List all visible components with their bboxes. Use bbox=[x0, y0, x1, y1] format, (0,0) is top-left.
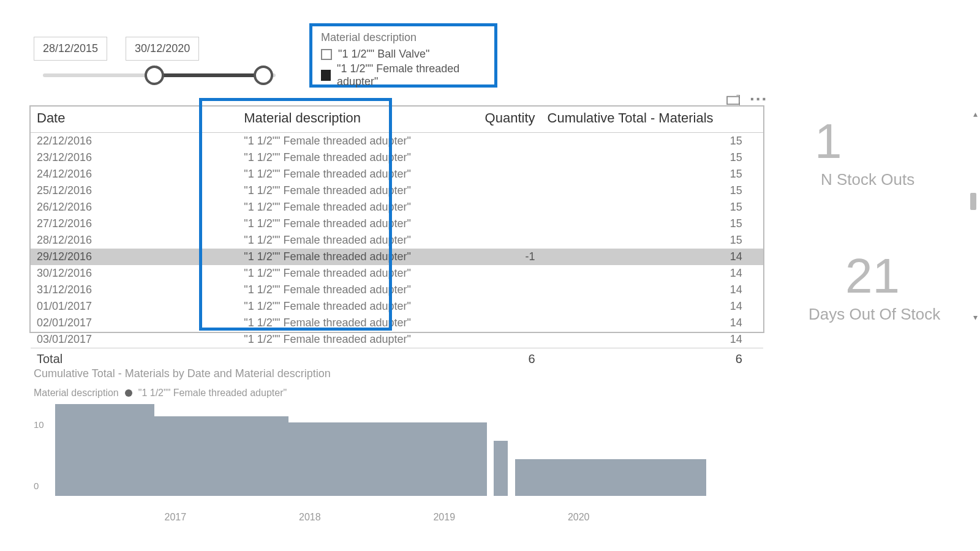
chart-x-tick: 2017 bbox=[165, 512, 187, 523]
vertical-scroll-thumb[interactable] bbox=[970, 193, 976, 210]
svg-rect-0 bbox=[727, 97, 739, 105]
more-options-icon[interactable]: ··· bbox=[750, 93, 767, 105]
table-row[interactable]: 30/12/2016"1 1/2"" Female threaded adupt… bbox=[31, 265, 763, 282]
table-row[interactable]: 03/01/2017"1 1/2"" Female threaded adupt… bbox=[31, 331, 763, 348]
cell-date: 02/01/2017 bbox=[31, 315, 238, 331]
col-header-date[interactable]: Date bbox=[31, 107, 238, 133]
cell-cum: 15 bbox=[541, 133, 748, 150]
cumulative-area-chart[interactable]: 0102017201820192020 bbox=[34, 404, 763, 508]
total-qty: 6 bbox=[460, 348, 541, 369]
cell-date: 26/12/2016 bbox=[31, 199, 238, 216]
slicer-item-label: "1 1/2"" Ball Valve" bbox=[338, 48, 429, 61]
date-slider-fill bbox=[153, 73, 263, 77]
table-row[interactable]: 23/12/2016"1 1/2"" Female threaded adupt… bbox=[31, 149, 763, 166]
table-header-row: Date Material description Quantity Cumul… bbox=[31, 107, 763, 133]
cell-cum: 15 bbox=[541, 149, 748, 166]
cell-material: "1 1/2"" Female threaded adupter" bbox=[238, 133, 459, 150]
cell-date: 01/01/2017 bbox=[31, 298, 238, 315]
cell-material: "1 1/2"" Female threaded adupter" bbox=[238, 282, 459, 298]
cell-cum: 15 bbox=[541, 166, 748, 182]
material-slicer: Material description "1 1/2"" Ball Valve… bbox=[309, 23, 497, 88]
chart-legend[interactable]: Material description "1 1/2"" Female thr… bbox=[34, 388, 287, 399]
cell-qty bbox=[460, 182, 541, 199]
slicer-item-female-adapter[interactable]: "1 1/2"" Female threaded adupter" bbox=[321, 62, 486, 88]
cell-date: 30/12/2016 bbox=[31, 265, 238, 282]
cell-qty bbox=[460, 315, 541, 331]
cell-qty bbox=[460, 149, 541, 166]
cell-cum: 14 bbox=[541, 282, 748, 298]
focus-mode-icon[interactable] bbox=[726, 95, 740, 106]
cell-date: 23/12/2016 bbox=[31, 149, 238, 166]
cell-cum: 15 bbox=[541, 232, 748, 249]
col-header-cumulative[interactable]: Cumulative Total - Materials bbox=[541, 107, 748, 133]
legend-title: Material description bbox=[34, 388, 119, 399]
cell-material: "1 1/2"" Female threaded adupter" bbox=[238, 199, 459, 216]
cell-qty bbox=[460, 199, 541, 216]
cell-cum: 14 bbox=[541, 249, 748, 265]
date-range-filter: 28/12/2015 30/12/2020 bbox=[34, 37, 199, 61]
table-total-row: Total 6 6 bbox=[31, 348, 763, 369]
chart-x-tick: 2018 bbox=[299, 512, 321, 523]
cell-cum: 15 bbox=[541, 216, 748, 232]
cell-cum: 14 bbox=[541, 298, 748, 315]
cell-material: "1 1/2"" Female threaded adupter" bbox=[238, 232, 459, 249]
col-header-material[interactable]: Material description bbox=[238, 107, 459, 133]
legend-series-name: "1 1/2"" Female threaded adupter" bbox=[138, 388, 287, 399]
table-row[interactable]: 29/12/2016"1 1/2"" Female threaded adupt… bbox=[31, 249, 763, 265]
kpi-days-out-label: Days Out Of Stock bbox=[809, 305, 940, 324]
table-row[interactable]: 24/12/2016"1 1/2"" Female threaded adupt… bbox=[31, 166, 763, 182]
cell-date: 22/12/2016 bbox=[31, 133, 238, 150]
cell-qty bbox=[460, 133, 541, 150]
date-slider-handle-start[interactable] bbox=[145, 66, 164, 85]
col-header-quantity[interactable]: Quantity bbox=[460, 107, 541, 133]
cell-date: 24/12/2016 bbox=[31, 166, 238, 182]
chart-title: Cumulative Total - Materials by Date and… bbox=[34, 367, 331, 380]
checkbox-unchecked-icon bbox=[321, 49, 332, 60]
table-row[interactable]: 27/12/2016"1 1/2"" Female threaded adupt… bbox=[31, 216, 763, 232]
slicer-title: Material description bbox=[321, 31, 486, 44]
cell-date: 27/12/2016 bbox=[31, 216, 238, 232]
date-slider-handle-end[interactable] bbox=[254, 66, 273, 85]
total-label: Total bbox=[31, 348, 238, 369]
legend-marker-icon bbox=[125, 389, 132, 397]
table-row[interactable]: 26/12/2016"1 1/2"" Female threaded adupt… bbox=[31, 199, 763, 216]
table-row[interactable]: 31/12/2016"1 1/2"" Female threaded adupt… bbox=[31, 282, 763, 298]
table-row[interactable]: 02/01/2017"1 1/2"" Female threaded adupt… bbox=[31, 315, 763, 331]
slicer-item-ball-valve[interactable]: "1 1/2"" Ball Valve" bbox=[321, 48, 486, 61]
chart-area-segment bbox=[288, 422, 486, 496]
kpi-days-out-value: 21 bbox=[845, 248, 900, 304]
cell-cum: 15 bbox=[541, 199, 748, 216]
cell-qty bbox=[460, 216, 541, 232]
cell-material: "1 1/2"" Female threaded adupter" bbox=[238, 216, 459, 232]
materials-table[interactable]: Date Material description Quantity Cumul… bbox=[29, 105, 764, 333]
chart-x-tick: 2020 bbox=[568, 512, 590, 523]
checkbox-checked-icon bbox=[321, 70, 331, 81]
cell-date: 31/12/2016 bbox=[31, 282, 238, 298]
chart-area-segment bbox=[154, 416, 288, 496]
date-from-box[interactable]: 28/12/2015 bbox=[34, 37, 107, 61]
scroll-down-icon[interactable]: ▾ bbox=[973, 312, 978, 322]
chart-x-tick: 2019 bbox=[433, 512, 455, 523]
cell-date: 25/12/2016 bbox=[31, 182, 238, 199]
cell-cum: 14 bbox=[541, 265, 748, 282]
cell-material: "1 1/2"" Female threaded adupter" bbox=[238, 149, 459, 166]
chart-y-tick: 10 bbox=[34, 419, 44, 430]
table-row[interactable]: 01/01/2017"1 1/2"" Female threaded adupt… bbox=[31, 298, 763, 315]
cell-date: 29/12/2016 bbox=[31, 249, 238, 265]
chart-area-segment bbox=[515, 459, 706, 496]
cell-material: "1 1/2"" Female threaded adupter" bbox=[238, 331, 459, 348]
table-row[interactable]: 22/12/2016"1 1/2"" Female threaded adupt… bbox=[31, 133, 763, 150]
cell-material: "1 1/2"" Female threaded adupter" bbox=[238, 166, 459, 182]
table-row[interactable]: 28/12/2016"1 1/2"" Female threaded adupt… bbox=[31, 232, 763, 249]
chart-y-tick: 0 bbox=[34, 481, 39, 491]
cell-date: 28/12/2016 bbox=[31, 232, 238, 249]
cell-qty bbox=[460, 232, 541, 249]
scroll-up-icon[interactable]: ▴ bbox=[973, 109, 978, 119]
date-to-box[interactable]: 30/12/2020 bbox=[126, 37, 199, 61]
cell-material: "1 1/2"" Female threaded adupter" bbox=[238, 315, 459, 331]
table-row[interactable]: 25/12/2016"1 1/2"" Female threaded adupt… bbox=[31, 182, 763, 199]
kpi-stockouts-label: N Stock Outs bbox=[821, 170, 914, 189]
cell-qty bbox=[460, 282, 541, 298]
cell-qty: -1 bbox=[460, 249, 541, 265]
cell-qty bbox=[460, 265, 541, 282]
